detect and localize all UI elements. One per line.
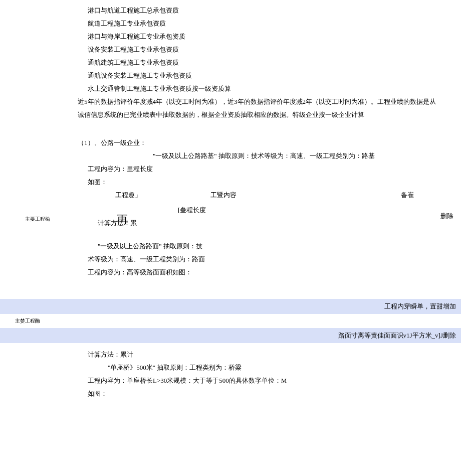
th-type: 工程趣」 — [115, 189, 210, 202]
blue-bar-1: 工程内穿瞬单，置甜增加 — [0, 299, 461, 314]
s1-extract-rule: "一级及以上公路路基" 抽取原则：技术等级为：高速、一级工程类别为：路基 — [88, 149, 436, 163]
floating-glyph: 再 — [116, 209, 128, 231]
th-note: 备崔 — [401, 189, 414, 202]
s1-content: 工程内容为：里程长度 — [88, 163, 436, 176]
qual-line-1: 港口与航道工程施工总承包资质 — [88, 4, 436, 17]
td-mileage: [叁程长度 — [178, 206, 206, 214]
table-data-row: [叁程长度 删除 — [88, 204, 436, 217]
qual-line-7: 水上交通管制工程施工专业承包资质按一级资质算 — [88, 82, 436, 95]
s1-figure-label: 如图： — [88, 176, 436, 189]
paragraph-rules: 近5年的数据指评价年度减4年（以交工时间为准），近3年的数据指评价年度减2年（以… — [78, 95, 436, 121]
delete-text: 删除 — [440, 210, 453, 223]
table-header-row: 工程趣」 工暨内容 备崔 — [88, 189, 436, 202]
section-1-title: （1）、公路一级企业： — [78, 136, 436, 149]
blue-bar-2: 路面寸离等黄佳面面识v1J平方米_v]J删除 — [0, 328, 461, 343]
calc-method-2: 计算方法：累计 — [88, 348, 436, 361]
s2-p2: 术等级为：高速、一级工程类别为：路面 — [88, 253, 436, 266]
qual-line-4: 设备安装工程施工专业承包资质 — [88, 43, 436, 56]
qual-line-6: 通航设备安装工程施工专业承包资质 — [88, 69, 436, 82]
s3-p2: 工程内容为：单座桥长L>30米规模：大于等于500的具体数字单位：M — [88, 374, 436, 387]
side-label-2: 主婪工程酶 — [15, 315, 436, 327]
qual-line-3: 港口与海岸工程施工专业承包资质 — [88, 30, 436, 43]
s3-p1: "单座桥》500米" 抽取原则：工程类别为：桥梁 — [88, 361, 436, 374]
side-label-1: 主要工程榆 — [25, 214, 50, 224]
qual-line-2: 航道工程施工专业承包资质 — [88, 17, 436, 30]
s3-p3: 如图： — [88, 387, 436, 400]
s2-p1: "一级及以上公路路面" 抽取原则：技 — [88, 240, 436, 253]
qual-line-5: 通航建筑工程施工专业承包资质 — [88, 56, 436, 69]
th-content: 工暨内容 — [210, 189, 401, 202]
s2-p3: 工程内容为：高等级路面面积如图： — [88, 266, 436, 279]
calc-method-1: 再 计算方法：累 — [88, 217, 436, 230]
